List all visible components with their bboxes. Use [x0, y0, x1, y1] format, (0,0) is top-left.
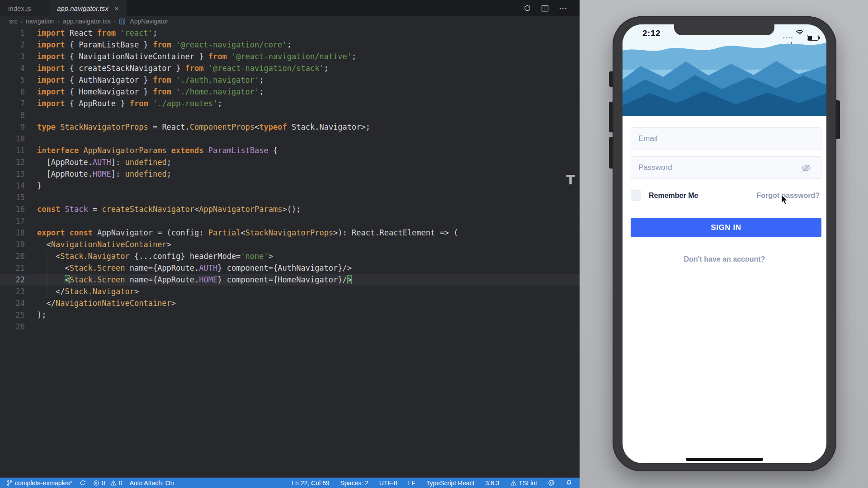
error-icon	[93, 480, 99, 486]
tab-label: app.navigator.tsx	[57, 5, 108, 12]
email-field[interactable]	[631, 127, 821, 150]
code-line: 26	[0, 321, 580, 333]
line-number: 10	[0, 133, 25, 145]
code-line: 10	[0, 133, 580, 145]
code-line: 6import { HomeNavigator } from './home.n…	[0, 86, 580, 98]
no-account-link[interactable]: Don't have an account?	[623, 255, 826, 263]
line-number: 15	[0, 192, 25, 203]
sync-icon[interactable]	[524, 5, 531, 12]
line-number: 5	[0, 74, 25, 86]
line-number: 6	[0, 86, 25, 98]
phone-screen: 2:12 Remember Me Forgot password? SIGN I…	[623, 24, 826, 463]
code-line: 3import { NavigationNativeContainer } fr…	[0, 51, 580, 62]
remember-row: Remember Me Forgot password?	[631, 189, 821, 202]
split-editor-icon[interactable]	[541, 5, 549, 12]
line-number: 22	[0, 274, 25, 286]
warning-icon	[510, 480, 517, 486]
code-line: 20 <Stack.Navigator {...config} headerMo…	[0, 250, 580, 262]
breadcrumb: src › navigation › app.navigator.tsx › A…	[0, 16, 580, 26]
language-mode-status[interactable]: TypeScript React	[426, 479, 475, 487]
line-number: 7	[0, 98, 25, 109]
line-number: 4	[0, 62, 25, 74]
auto-attach-status[interactable]: Auto Attach: On	[129, 479, 174, 487]
code-line: 25);	[0, 309, 580, 321]
breadcrumb-item-navigation[interactable]: navigation	[26, 18, 55, 25]
phone-notch	[674, 24, 774, 35]
line-number: 24	[0, 297, 25, 309]
warning-icon	[110, 480, 117, 486]
code-line: 18export const AppNavigator = (config: P…	[0, 227, 580, 239]
code-line: 13 [AppRoute.HOME]: undefined;	[0, 168, 580, 180]
cursor-position-status[interactable]: Ln 22, Col 69	[292, 479, 329, 487]
line-number: 14	[0, 180, 25, 192]
code-line: 8	[0, 109, 580, 121]
tab-index-js[interactable]: index.js	[0, 0, 49, 16]
wifi-icon	[796, 29, 804, 46]
breadcrumb-item-file[interactable]: app.navigator.tsx	[63, 18, 111, 25]
sign-in-button[interactable]: SIGN IN	[631, 218, 821, 237]
remember-me-label: Remember Me	[649, 192, 698, 200]
code-line: 9type StackNavigatorProps = React.Compon…	[0, 121, 580, 133]
close-icon[interactable]: ×	[115, 5, 119, 12]
code-line: 15	[0, 192, 580, 203]
tslint-status[interactable]: TSLint	[510, 479, 537, 487]
home-indicator[interactable]	[686, 458, 763, 461]
line-number: 11	[0, 145, 25, 156]
code-line: 14}	[0, 180, 580, 192]
line-number: 17	[0, 215, 25, 227]
battery-icon	[807, 35, 819, 41]
feedback-smiley-icon[interactable]	[548, 479, 555, 486]
code-editor[interactable]: index.js app.navigator.tsx × ⋯ src › nav…	[0, 0, 580, 488]
cellular-signal-icon	[783, 37, 793, 38]
indentation-status[interactable]: Spaces: 2	[340, 479, 368, 487]
ts-version-status[interactable]: 3.6.3	[485, 479, 499, 487]
code-area[interactable]: 1import React from 'react';2import { Par…	[0, 27, 580, 333]
eye-off-icon[interactable]	[801, 163, 811, 174]
forgot-password-link[interactable]: Forgot password?	[756, 192, 820, 200]
line-number: 8	[0, 109, 25, 121]
code-line: 16const Stack = createStackNavigator<App…	[0, 203, 580, 215]
encoding-status[interactable]: UTF-8	[379, 479, 397, 487]
line-number: 16	[0, 203, 25, 215]
line-number: 23	[0, 286, 25, 297]
ios-status-icons	[783, 29, 819, 46]
eol-status[interactable]: LF	[408, 479, 415, 487]
tab-app-navigator-tsx[interactable]: app.navigator.tsx ×	[49, 0, 127, 16]
line-number: 9	[0, 121, 25, 133]
code-line: 24 </NavigationNativeContainer>	[0, 297, 580, 309]
line-number: 2	[0, 39, 25, 51]
code-line: 22 <Stack.Screen name={AppRoute.HOME} co…	[0, 274, 580, 286]
code-line: 17	[0, 215, 580, 227]
editor-tab-bar: index.js app.navigator.tsx × ⋯	[0, 0, 580, 16]
line-number: 21	[0, 262, 25, 274]
problems-status[interactable]: 0 0	[93, 479, 123, 487]
chevron-right-icon: ›	[114, 18, 116, 25]
breadcrumb-item-symbol[interactable]: AppNavigator	[130, 18, 168, 25]
password-field[interactable]	[631, 156, 821, 179]
line-number: 13	[0, 168, 25, 180]
git-branch-status[interactable]: complete-exmaples*	[6, 479, 72, 487]
code-line: 12 [AppRoute.AUTH]: undefined;	[0, 156, 580, 168]
notifications-bell-icon[interactable]	[566, 479, 572, 486]
status-bar: complete-exmaples* 0 0	[0, 478, 580, 488]
symbol-icon	[119, 18, 126, 25]
code-line: 5import { AuthNavigator } from './auth.n…	[0, 74, 580, 86]
code-line: 19 <NavigationNativeContainer>	[0, 239, 580, 250]
breadcrumb-item-src[interactable]: src	[9, 18, 18, 25]
code-line: 2import { ParamListBase } from '@react-n…	[0, 39, 580, 51]
chevron-right-icon: ›	[58, 18, 60, 25]
line-number: 20	[0, 250, 25, 262]
code-line: 21 <Stack.Screen name={AppRoute.AUTH} co…	[0, 262, 580, 274]
code-line: 4import { createStackNavigator } from '@…	[0, 62, 580, 74]
line-number: 12	[0, 156, 25, 168]
remember-me-checkbox[interactable]	[631, 190, 641, 201]
code-line: 11interface AppNavigatorParams extends P…	[0, 145, 580, 156]
editor-actions: ⋯	[524, 0, 580, 16]
line-number: 25	[0, 309, 25, 321]
more-actions-icon[interactable]: ⋯	[559, 5, 568, 12]
code-line: 1import React from 'react';	[0, 27, 580, 39]
line-number: 3	[0, 51, 25, 62]
phone-power-button	[836, 100, 840, 139]
sync-status[interactable]	[80, 480, 86, 486]
git-branch-icon	[6, 480, 13, 486]
